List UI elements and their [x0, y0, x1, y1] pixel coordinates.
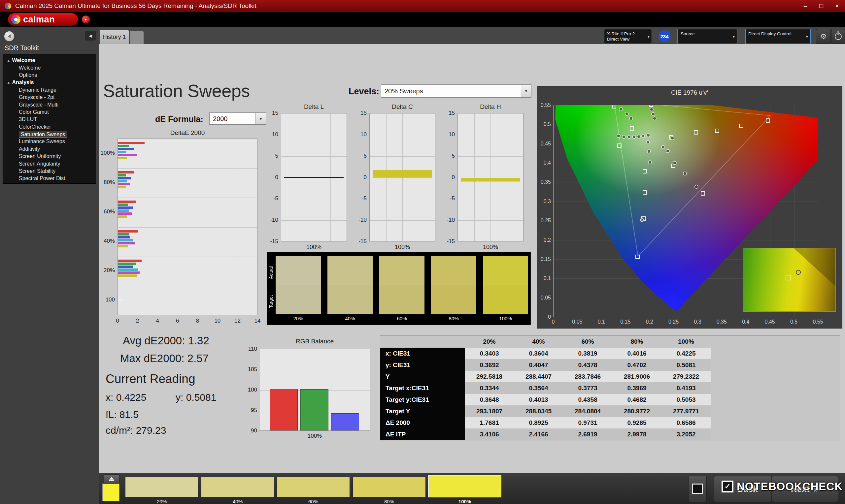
deltae-bar — [118, 151, 126, 153]
sidebar-item-dynamic-range[interactable]: Dynamic Range — [3, 86, 96, 94]
current-reading-title: Current Reading — [106, 372, 195, 386]
deltae-bar — [118, 242, 135, 245]
cie-x-tick: 0.3 — [690, 319, 705, 325]
back-button[interactable]: « Back — [714, 475, 771, 502]
swatch-actual — [483, 256, 528, 285]
settings-button[interactable]: ⚙ — [816, 29, 831, 44]
sidebar-item-colorchecker[interactable]: ColorChecker — [3, 123, 96, 131]
logo-bar: calman ▼ — [0, 12, 845, 27]
meter-dropdown[interactable]: X-Rite i1Pro 2 Direct View ▼ — [604, 29, 652, 44]
tab-history[interactable]: History 1 — [100, 30, 129, 44]
delta-bar — [284, 177, 344, 178]
deltae-bar — [118, 200, 136, 203]
table-column-header: 60% — [563, 336, 612, 348]
sidebar-section-welcome[interactable]: ▴Welcome — [3, 57, 96, 64]
swatch-40% — [328, 256, 373, 314]
deltae-bar — [118, 233, 129, 235]
logo-menu-button[interactable]: ▼ — [82, 16, 90, 23]
sidebar-item-luminance-sweeps[interactable]: Luminance Sweeps — [3, 138, 96, 145]
deltae-bar — [118, 215, 127, 218]
expander-icon: ▴ — [7, 58, 10, 63]
cie-y-tick: 0.4 — [537, 160, 551, 166]
sidebar-item-additivity[interactable]: Additivity — [3, 145, 96, 153]
cie-target-marker — [635, 255, 640, 259]
delta-c-title: Delta C — [369, 103, 435, 110]
sidebar: ◀ SDR Toolkit ▴WelcomeWelcomeOptions▴Ana… — [0, 27, 99, 504]
table-column-header: 20% — [465, 336, 514, 348]
deltae-bar — [118, 274, 137, 277]
cie-measured-marker — [622, 135, 626, 139]
sidebar-item-screen-angularity[interactable]: Screen Angularity — [3, 160, 96, 167]
pattern-mode-button[interactable] — [688, 475, 707, 502]
deltae-bar — [118, 186, 126, 188]
minimize-icon[interactable]: – — [797, 0, 813, 12]
maximize-icon[interactable]: □ — [813, 0, 829, 12]
cie-y-tick: 0.15 — [537, 256, 551, 262]
delta-bar — [373, 170, 432, 178]
table-row: ΔE 20001.76810.89250.97310.92850.6586 — [380, 417, 711, 429]
cie-x-tick: 0.4 — [738, 319, 753, 325]
sidebar-item-welcome[interactable]: Welcome — [3, 64, 96, 71]
cie-x-tick: 0.05 — [570, 319, 584, 325]
delta-h-chart: Delta H 100% 151050-5-10-15 — [442, 103, 528, 258]
sidebar-item-screen-stability[interactable]: Screen Stability — [3, 167, 96, 175]
cie-target-marker — [649, 105, 653, 107]
deltae-bar — [118, 171, 134, 174]
patch-60%[interactable] — [277, 476, 350, 497]
pattern-source-button[interactable] — [104, 474, 120, 484]
undock-button[interactable] — [4, 31, 14, 41]
cie-y-tick: 0.5 — [537, 121, 551, 127]
cie-zoom-inset — [743, 248, 836, 312]
deltae-bar — [118, 263, 136, 265]
deltae-bar — [118, 180, 127, 182]
chevron-down-icon: ▼ — [256, 113, 266, 124]
patch-20%[interactable] — [125, 476, 198, 497]
cie-target-marker — [642, 169, 647, 174]
table-row: y: CIE310.36920.40470.43780.47020.5081 — [380, 359, 711, 371]
power-button[interactable] — [831, 29, 845, 44]
table-column-header: 80% — [612, 336, 662, 348]
cie-target-marker — [739, 124, 743, 128]
cie-measured-marker — [619, 107, 623, 111]
levels-dropdown[interactable]: 20% Sweeps ▼ — [381, 85, 531, 97]
sidebar-item-spectral-power-dist-[interactable]: Spectral Power Dist. — [3, 175, 96, 182]
sidebar-item-options[interactable]: Options — [3, 72, 96, 79]
sidebar-item-screen-uniformity[interactable]: Screen Uniformity — [3, 153, 96, 160]
sidebar-item-saturation-sweeps[interactable]: Saturation Sweeps — [3, 131, 96, 138]
cie-target-marker — [642, 190, 647, 195]
back-arrows-icon: « — [728, 483, 734, 494]
next-button[interactable]: Next » — [772, 475, 838, 502]
cie-measured-marker — [625, 112, 629, 116]
table-row: Target y:CIE310.36480.40130.43580.46820.… — [380, 394, 711, 406]
rgb-balance-chart: RGB Balance 100% 1101051009590 — [243, 338, 391, 437]
swatch-label: 20% — [276, 316, 321, 321]
sidebar-item-3d-lut[interactable]: 3D LUT — [3, 116, 96, 123]
patch-40%[interactable] — [201, 476, 274, 497]
rgb-balance-xlabel: 100% — [259, 433, 370, 439]
pattern-window-swatch[interactable] — [102, 484, 120, 501]
sidebar-item-grayscale-2pt[interactable]: Grayscale - 2pt — [3, 94, 96, 101]
cie-measured-marker — [683, 172, 687, 176]
reading-count-badge: 234 — [658, 30, 670, 42]
table-row: x: CIE310.34030.36040.38190.40160.4225 — [380, 348, 711, 359]
back-label: Back — [737, 484, 758, 494]
source-dropdown[interactable]: Source ▼ — [677, 29, 737, 44]
collapse-sidebar-button[interactable]: ◀ — [85, 31, 96, 40]
sidebar-section-analysis[interactable]: ▴Analysis — [3, 79, 96, 86]
deltae-bar — [118, 236, 130, 238]
de-formula-dropdown[interactable]: 2000 ▼ — [209, 112, 266, 125]
patch-label: 60% — [277, 499, 350, 504]
tab-stub[interactable] — [130, 31, 144, 44]
collapse-left-icon: ◀ — [89, 33, 92, 38]
delta-h-plot — [457, 113, 524, 241]
cie-measured-marker — [646, 133, 650, 137]
delta-c-plot — [369, 113, 435, 241]
calman-logo[interactable]: calman — [8, 13, 78, 26]
sidebar-item-grayscale-multi[interactable]: Grayscale - Multi — [3, 101, 96, 108]
deltae-bar — [118, 245, 128, 247]
patch-80%[interactable] — [353, 476, 426, 497]
patch-100%[interactable] — [428, 475, 501, 498]
display-control-dropdown[interactable]: Direct Display Control ▼ — [745, 29, 811, 44]
close-icon[interactable]: × — [829, 0, 845, 12]
sidebar-item-color-gamut[interactable]: Color Gamut — [3, 109, 96, 116]
